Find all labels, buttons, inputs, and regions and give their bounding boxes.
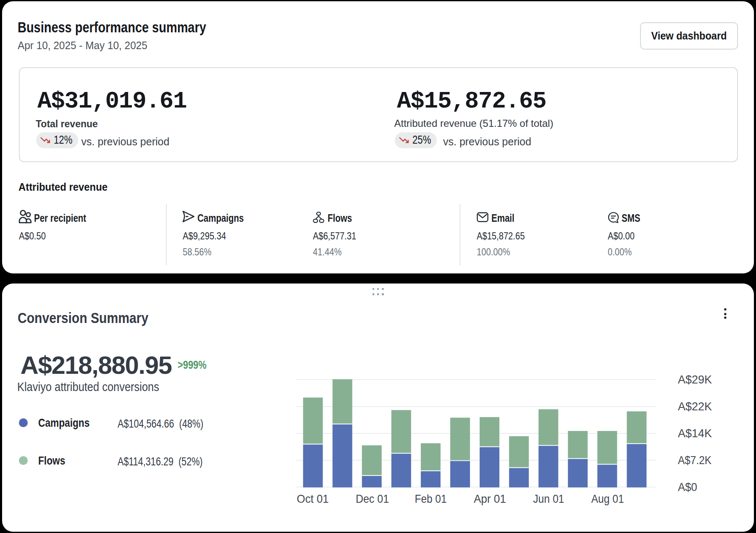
svg-text:Jun 01: Jun 01 (533, 492, 564, 505)
svg-text:A$14K: A$14K (678, 427, 712, 440)
svg-text:Aug 01: Aug 01 (591, 492, 624, 505)
svg-text:A$22K: A$22K (678, 400, 712, 413)
svg-text:Oct 01: Oct 01 (297, 492, 329, 505)
svg-text:Feb 01: Feb 01 (415, 492, 447, 505)
svg-text:Dec 01: Dec 01 (356, 492, 389, 505)
svg-text:A$0: A$0 (678, 481, 697, 494)
svg-text:Apr 01: Apr 01 (474, 492, 506, 505)
svg-text:A$7.2K: A$7.2K (678, 454, 711, 467)
svg-text:A$29K: A$29K (678, 373, 712, 386)
